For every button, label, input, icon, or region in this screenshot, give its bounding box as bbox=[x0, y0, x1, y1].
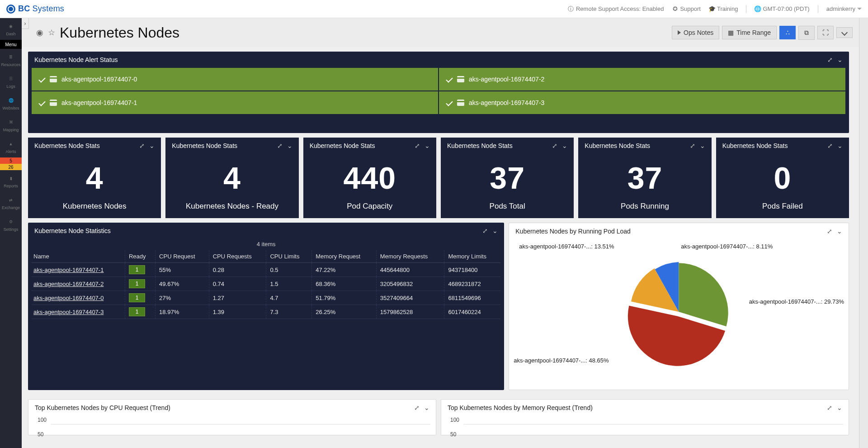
col-memory-request[interactable]: Memory Request bbox=[312, 250, 377, 263]
col-cpu-request[interactable]: CPU Request bbox=[156, 250, 209, 263]
cell: 26.25% bbox=[312, 305, 377, 319]
panel-title: Kubernetes Node Alert Status bbox=[34, 56, 118, 63]
list-icon: ☰ bbox=[6, 75, 15, 83]
time-range-button[interactable]: ▦ Time Range bbox=[722, 26, 777, 39]
col-cpu-requests[interactable]: CPU Requests bbox=[209, 250, 266, 263]
nav-menu[interactable]: Menu bbox=[0, 40, 22, 49]
chevron-down-icon[interactable]: ⌄ bbox=[700, 142, 705, 149]
node-status-cell[interactable]: aks-agentpool-16974407-1 bbox=[32, 91, 438, 114]
node-name-link[interactable]: aks-agentpool-16974407-0 bbox=[32, 291, 125, 305]
scrollbar[interactable] bbox=[859, 18, 868, 448]
alert-count-error[interactable]: 5 bbox=[0, 157, 22, 164]
nav-dash[interactable]: ◉ Dash bbox=[0, 18, 22, 40]
node-name-link[interactable]: aks-agentpool-16974407-2 bbox=[32, 277, 125, 291]
panel-title: Kubernetes Node Stats bbox=[722, 142, 788, 149]
expand-icon[interactable]: ⤢ bbox=[827, 56, 833, 63]
gauge-icon: ◉ bbox=[6, 22, 15, 30]
expand-icon[interactable]: ⤢ bbox=[139, 142, 145, 149]
chevron-down-icon[interactable]: ⌄ bbox=[287, 142, 292, 149]
stat-value: 4 bbox=[28, 154, 161, 202]
stat-label: Pods Running bbox=[578, 202, 711, 218]
cell: 1.5 bbox=[266, 277, 312, 291]
nav-exchange[interactable]: ⇄ Exchange bbox=[0, 192, 22, 214]
timezone-selector[interactable]: 🌐 GMT-07:00 (PDT) bbox=[755, 5, 809, 12]
nav-logs[interactable]: ☰ Logs bbox=[0, 71, 22, 92]
y-tick: 100 bbox=[450, 417, 459, 423]
brand[interactable]: BC Systems bbox=[6, 4, 64, 14]
nav-websites[interactable]: 🌐 Websites bbox=[0, 92, 22, 114]
expand-icon[interactable]: ⤢ bbox=[552, 142, 557, 149]
expand-icon[interactable]: ⤢ bbox=[827, 142, 833, 149]
cell: 55% bbox=[156, 263, 209, 277]
ready-badge: 1 bbox=[129, 307, 145, 316]
cell: 4.7 bbox=[266, 291, 312, 305]
chevron-down-icon[interactable]: ⌄ bbox=[837, 228, 842, 235]
chevron-down-icon[interactable]: ⌄ bbox=[424, 404, 429, 411]
stat-label: Pods Total bbox=[441, 202, 574, 218]
support-link[interactable]: ✪ Support bbox=[672, 5, 701, 12]
expand-icon[interactable]: ⤢ bbox=[690, 142, 695, 149]
expand-icon[interactable]: ⤢ bbox=[415, 142, 420, 149]
panel-title: Kubernetes Nodes by Running Pod Load bbox=[515, 228, 631, 235]
col-memory-requests[interactable]: Memory Requests bbox=[376, 250, 444, 263]
chevron-down-icon[interactable]: ⌄ bbox=[837, 56, 843, 63]
user-menu[interactable]: adminkerry bbox=[826, 5, 862, 12]
check-icon bbox=[38, 76, 46, 83]
stat-label: Pods Failed bbox=[716, 202, 849, 218]
panel-title: Top Kubernetes Nodes by Memory Request (… bbox=[448, 404, 593, 411]
chevron-down-icon[interactable]: ⌄ bbox=[837, 404, 842, 411]
node-status-cell[interactable]: aks-agentpool-16974407-0 bbox=[32, 68, 438, 91]
expand-icon[interactable]: ⤢ bbox=[827, 228, 832, 235]
training-link[interactable]: 🎓 Training bbox=[709, 5, 738, 12]
stat-card-nodes-ready: Kubernetes Node Stats⤢⌄ 4 Kubernetes Nod… bbox=[165, 138, 298, 218]
col-name[interactable]: Name bbox=[32, 250, 125, 263]
nav-mapping[interactable]: ⌘ Mapping bbox=[0, 114, 22, 136]
pie-chart bbox=[513, 239, 845, 375]
expand-icon[interactable]: ⤢ bbox=[277, 142, 283, 149]
more-button[interactable] bbox=[836, 27, 853, 38]
title-bar: › ◉ ☆ Kubernetes Nodes Ops Notes ▦ Time … bbox=[22, 18, 859, 47]
col-cpu-limits[interactable]: CPU Limits bbox=[266, 250, 312, 263]
panel-title: Kubernetes Node Stats bbox=[34, 142, 100, 149]
chevron-down-icon[interactable]: ⌄ bbox=[492, 227, 498, 234]
chevron-down-icon[interactable]: ⌄ bbox=[425, 142, 430, 149]
copy-button[interactable]: ⧉ bbox=[798, 26, 815, 40]
nav-settings[interactable]: ⚙ Settings bbox=[0, 214, 22, 235]
fullscreen-button[interactable]: ⛶ bbox=[817, 26, 834, 39]
node-name-link[interactable]: aks-agentpool-16974407-1 bbox=[32, 263, 125, 277]
info-icon: ⓘ bbox=[568, 6, 574, 12]
star-icon[interactable]: ☆ bbox=[48, 28, 55, 38]
col-memory-limits[interactable]: Memory Limits bbox=[444, 250, 500, 263]
table-items-count: 4 items bbox=[32, 239, 500, 250]
cell: 1.39 bbox=[209, 305, 266, 319]
stat-value: 4 bbox=[165, 154, 298, 202]
graduation-icon: 🎓 bbox=[709, 6, 715, 12]
chevron-down-icon[interactable]: ⌄ bbox=[149, 142, 155, 149]
node-status-cell[interactable]: aks-agentpool-16974407-3 bbox=[439, 91, 845, 114]
chevron-down-icon[interactable]: ⌄ bbox=[837, 142, 843, 149]
alert-count-warn[interactable]: 26 bbox=[0, 164, 22, 170]
node-status-cell[interactable]: aks-agentpool-16974407-2 bbox=[439, 68, 845, 91]
divider bbox=[746, 5, 746, 13]
col-ready[interactable]: Ready bbox=[125, 250, 155, 263]
nav-reports[interactable]: ▮ Reports bbox=[0, 170, 22, 192]
lifebuoy-icon: ✪ bbox=[672, 6, 678, 12]
nav-resources[interactable]: ≣ Resources bbox=[0, 49, 22, 71]
expand-icon[interactable]: ⤢ bbox=[482, 227, 488, 234]
expand-sidebar-button[interactable]: › bbox=[22, 18, 29, 29]
y-tick: 50 bbox=[450, 431, 456, 438]
share-button[interactable]: ∴ bbox=[779, 26, 796, 39]
chevron-down-icon[interactable]: ⌄ bbox=[562, 142, 567, 149]
stat-value: 37 bbox=[441, 154, 574, 202]
nav-alerts[interactable]: ▲ Alerts bbox=[0, 136, 22, 157]
node-name-link[interactable]: aks-agentpool-16974407-3 bbox=[32, 305, 125, 319]
expand-icon[interactable]: ⤢ bbox=[414, 404, 420, 411]
calendar-icon: ▦ bbox=[728, 29, 734, 36]
brand-text: BC Systems bbox=[18, 4, 64, 14]
table-row: aks-agentpool-16974407-2149.67%0.741.568… bbox=[32, 277, 500, 291]
top-bar: BC Systems ⓘ Remote Support Access: Enab… bbox=[0, 0, 868, 18]
remote-support-status[interactable]: ⓘ Remote Support Access: Enabled bbox=[568, 5, 664, 12]
expand-icon[interactable]: ⤢ bbox=[827, 404, 832, 411]
ops-notes-button[interactable]: Ops Notes bbox=[672, 26, 719, 39]
share-icon: ∴ bbox=[786, 29, 790, 36]
